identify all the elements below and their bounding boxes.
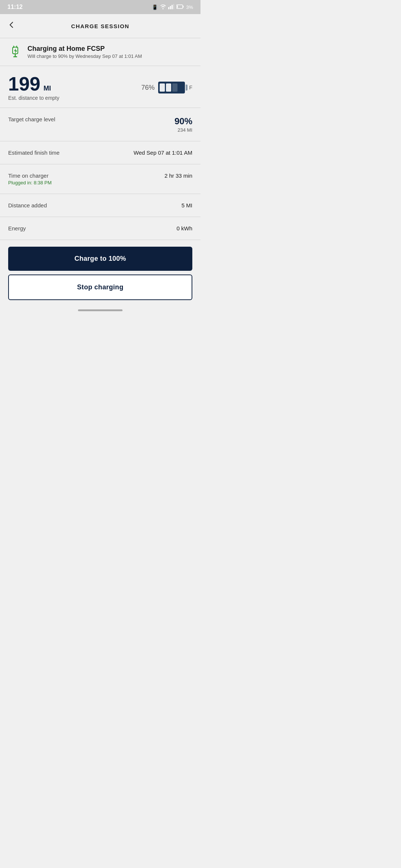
info-value-energy: 0 kWh [176,225,192,231]
info-label-block-energy: Energy [8,225,26,231]
charging-text: Charging at Home FCSP Will charge to 90%… [27,45,142,59]
stats-container: Target charge level90%234 MIEstimated fi… [0,108,200,240]
battery-percent-display: 76% [141,84,154,92]
svg-rect-5 [183,6,184,7]
range-left: 199 MI Est. distance to empty [8,74,59,101]
stop-charging-button[interactable]: Stop charging [8,274,192,300]
info-label-block-distance: Distance added [8,202,47,208]
info-label-time_on_charger: Time on charger [8,172,52,179]
battery-bar-3 [172,83,177,92]
svg-rect-0 [168,7,169,9]
info-row-finish: Estimated finish timeWed Sep 07 at 1:01 … [0,141,200,164]
svg-rect-1 [170,6,171,9]
page-title: CHARGE SESSION [71,23,130,29]
bottom-bar [0,305,200,316]
range-label: Est. distance to empty [8,95,59,101]
info-value-target: 90% [175,116,192,126]
info-value-distance: 5 MI [182,202,192,208]
info-value-block-distance: 5 MI [182,202,192,208]
info-label-target: Target charge level [8,116,55,122]
charging-plug-icon [8,45,22,59]
status-time: 11:12 [7,4,23,10]
back-button[interactable] [7,21,16,31]
range-unit: MI [43,85,51,92]
info-label-finish: Estimated finish time [8,149,59,156]
info-value-finish: Wed Sep 07 at 1:01 AM [134,149,192,156]
info-value-block-finish: Wed Sep 07 at 1:01 AM [134,149,192,156]
info-row-energy: Energy0 kWh [0,217,200,240]
charging-info-row: Charging at Home FCSP Will charge to 90%… [0,38,200,66]
battery-bar-1 [160,83,165,92]
app-header: CHARGE SESSION [0,14,200,38]
battery-label-f: F [189,85,192,91]
info-value-block-energy: 0 kWh [176,225,192,231]
range-value: 199 [8,73,40,95]
main-content: Charging at Home FCSP Will charge to 90%… [0,38,200,305]
status-bar: 11:12 📳 3% [0,0,200,14]
charging-title: Charging at Home FCSP [27,45,142,53]
info-label-block-time_on_charger: Time on chargerPlugged in: 8:38 PM [8,172,52,185]
info-row-distance: Distance added5 MI [0,194,200,217]
info-row-target: Target charge level90%234 MI [0,108,200,141]
info-value-block-target: 90%234 MI [175,116,192,133]
battery-visual: F [158,82,192,93]
info-label-distance: Distance added [8,202,47,208]
info-sublabel-time_on_charger: Plugged in: 8:38 PM [8,180,52,185]
info-value-time_on_charger: 2 hr 33 min [164,172,192,179]
range-display: 199 MI [8,74,59,93]
info-label-block-target: Target charge level [8,116,55,122]
button-section: Charge to 100% Stop charging [0,240,200,305]
charging-subtitle: Will charge to 90% by Wednesday Sep 07 a… [27,53,142,59]
battery-percent-text: 3% [186,4,193,10]
signal-icon [168,4,174,10]
svg-rect-3 [173,4,175,9]
wifi-icon [160,4,166,10]
svg-rect-2 [172,5,173,9]
info-sub-value-target: 234 MI [175,127,192,133]
voicemail-icon: 📳 [152,4,158,10]
battery-body [158,82,185,93]
info-label-energy: Energy [8,225,26,231]
status-icons: 📳 3% [152,4,193,10]
battery-bar-2 [166,83,171,92]
info-label-block-finish: Estimated finish time [8,149,59,156]
range-right: 76% F [141,82,192,93]
battery-tip [186,85,188,91]
battery-icon [176,4,184,10]
info-row-time_on_charger: Time on chargerPlugged in: 8:38 PM2 hr 3… [0,164,200,194]
range-section: 199 MI Est. distance to empty 76% F [0,66,200,108]
charge-to-100-button[interactable]: Charge to 100% [8,247,192,271]
home-indicator [78,309,123,311]
svg-rect-6 [177,5,178,8]
info-value-block-time_on_charger: 2 hr 33 min [164,172,192,179]
